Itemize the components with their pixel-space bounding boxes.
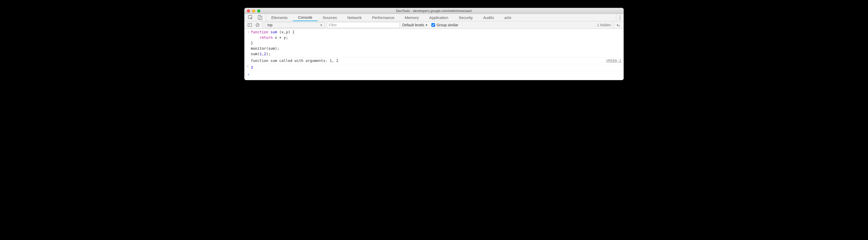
tab-audits[interactable]: Audits xyxy=(478,14,499,21)
group-similar-input[interactable] xyxy=(431,23,435,27)
svg-rect-0 xyxy=(248,15,252,19)
result-value: 3 xyxy=(251,65,621,70)
svg-point-6 xyxy=(248,66,249,66)
hidden-messages-count[interactable]: 1 hidden xyxy=(597,23,613,27)
console-log-row: function sum called with arguments: 1, 2… xyxy=(245,57,623,64)
group-similar-checkbox[interactable]: Group similar xyxy=(431,23,458,27)
tab-sources[interactable]: Sources xyxy=(317,14,342,21)
inspect-element-icon[interactable] xyxy=(248,15,253,20)
tab-security[interactable]: Security xyxy=(454,14,478,21)
group-similar-label: Group similar xyxy=(437,23,458,27)
dropdown-triangle-icon: ▼ xyxy=(425,24,428,27)
filter-placeholder: Filter xyxy=(329,23,337,27)
filter-input[interactable]: Filter xyxy=(327,22,400,28)
gear-icon xyxy=(615,23,620,27)
devtools-window: DevTools - developers.google.com/web/sho… xyxy=(244,8,624,80)
tab-elements[interactable]: Elements xyxy=(266,14,293,21)
kebab-icon xyxy=(620,16,620,20)
console-messages: function sum (x,y) { return x + y; } mon… xyxy=(245,29,623,80)
console-input-echo: function sum (x,y) { return x + y; } mon… xyxy=(245,29,623,57)
levels-label: Default levels xyxy=(402,23,424,27)
prompt-marker-icon xyxy=(246,72,251,77)
log-level-selector[interactable]: Default levels ▼ xyxy=(402,23,428,27)
inspect-toolbar xyxy=(245,14,266,21)
tab-network[interactable]: Network xyxy=(342,14,367,21)
svg-rect-2 xyxy=(260,17,262,20)
tab-axe[interactable]: aXe xyxy=(499,14,517,21)
console-result-row: 3 xyxy=(245,64,623,71)
context-label: top xyxy=(268,23,272,27)
tab-console[interactable]: Console xyxy=(293,14,317,21)
dropdown-triangle-icon: ▼ xyxy=(320,24,322,27)
input-marker-icon xyxy=(246,29,251,57)
clear-console-icon[interactable] xyxy=(255,23,259,27)
panel-tabs: ElementsConsoleSourcesNetworkPerformance… xyxy=(266,14,616,21)
input-code: function sum (x,y) { return x + y; } mon… xyxy=(251,29,621,57)
log-marker xyxy=(246,58,251,63)
console-prompt[interactable] xyxy=(245,71,623,80)
panel-tabstrip: ElementsConsoleSourcesNetworkPerformance… xyxy=(245,14,623,21)
console-sidebar-toggle-icon[interactable] xyxy=(248,23,252,27)
console-settings-button[interactable] xyxy=(613,21,622,29)
device-toolbar-icon[interactable] xyxy=(257,15,262,20)
titlebar: DevTools - developers.google.com/web/sho… xyxy=(245,8,623,14)
svg-line-5 xyxy=(256,24,258,26)
execution-context-selector[interactable]: top ▼ xyxy=(265,22,325,28)
tab-memory[interactable]: Memory xyxy=(400,14,424,21)
tab-performance[interactable]: Performance xyxy=(367,14,400,21)
prompt-input[interactable] xyxy=(251,72,621,77)
output-marker-icon xyxy=(246,65,251,70)
main-menu[interactable] xyxy=(616,14,623,21)
message-source-link[interactable]: VM580:2 xyxy=(603,58,621,63)
tab-application[interactable]: Application xyxy=(424,14,454,21)
log-message: function sum called with arguments: 1, 2 xyxy=(251,58,603,63)
window-title: DevTools - developers.google.com/web/sho… xyxy=(245,9,623,13)
console-toolbar: top ▼ Filter Default levels ▼ Group simi… xyxy=(245,21,623,29)
